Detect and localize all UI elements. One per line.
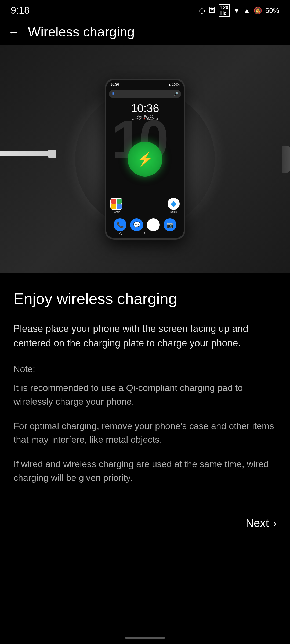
phone-main-time: 10:36 xyxy=(106,102,184,115)
play-symbol: ▶ xyxy=(151,221,156,228)
messages-symbol: 💬 xyxy=(133,221,140,228)
location-icon: 📍 xyxy=(143,118,146,121)
next-button-container: Next › xyxy=(0,509,290,546)
google-apps-folder: Google xyxy=(110,198,122,213)
battery-text: 60% xyxy=(265,6,279,15)
google-icon-3 xyxy=(111,204,116,209)
home-nav: ○ xyxy=(144,230,147,235)
alarm-icon: ◌ xyxy=(199,6,205,15)
weather-temp: 25°C xyxy=(135,118,141,121)
camera-symbol: 📷 xyxy=(166,221,174,228)
google-label: Google xyxy=(113,211,120,213)
phone-screen: 10:36 ▲ 100% G 🎤 10:36 Mon, Feb 25 ☀ 25°… xyxy=(106,80,184,238)
phone-clock-small: 10:36 xyxy=(110,82,119,86)
120hz-icon: 120Hz xyxy=(219,4,230,17)
phone-clock-display: 10:36 Mon, Feb 25 ☀ 25°C 📍 New York xyxy=(106,99,184,122)
wifi-icon: ▼ xyxy=(233,6,240,15)
weather-icon: ☀ xyxy=(132,118,134,121)
gallery-symbol: 🔷 xyxy=(170,201,177,207)
hero-image: 10:36 ▲ 100% G 🎤 10:36 Mon, Feb 25 ☀ 25°… xyxy=(0,45,290,273)
gallery-app: 🔷 Gallery xyxy=(168,198,180,213)
description-text: Please place your phone with the screen … xyxy=(13,321,277,350)
phone-mockup: 10:36 ▲ 100% G 🎤 10:36 Mon, Feb 25 ☀ 25°… xyxy=(105,79,185,240)
gallery-icon: 🖼 xyxy=(208,6,215,15)
google-icon-4 xyxy=(117,204,122,209)
note-item-2: For optimal charging, remove your phone'… xyxy=(13,419,277,447)
back-nav: ◁ xyxy=(119,230,122,235)
recent-nav: □ xyxy=(169,230,171,235)
next-arrow-icon: › xyxy=(273,517,277,530)
status-icons: ◌ 🖼 120Hz ▼ ▲ 🔕 60% xyxy=(199,4,279,17)
note-item-1: It is recommended to use a Qi-compliant … xyxy=(13,381,277,408)
mic-icon: 🎤 xyxy=(174,92,178,96)
phone-app-icons: Google 🔷 Gallery xyxy=(106,198,184,217)
phone-date: Mon, Feb 25 xyxy=(106,115,184,118)
bottom-indicator xyxy=(125,637,165,639)
google-g-icon: G xyxy=(112,92,117,96)
next-button[interactable]: Next › xyxy=(246,517,277,530)
mute-icon: 🔕 xyxy=(253,6,262,15)
note-item-3: If wired and wireless charging are used … xyxy=(13,457,277,485)
location-name: New York xyxy=(147,118,158,121)
gallery-icon: 🔷 xyxy=(168,198,180,210)
cable-connector xyxy=(48,150,56,158)
phone-symbol: 📞 xyxy=(117,221,124,228)
app-row-1: Google 🔷 Gallery xyxy=(110,198,180,213)
charger-right-edge xyxy=(282,146,290,173)
status-time: 9:18 xyxy=(11,5,30,16)
google-folder-icon xyxy=(110,198,122,210)
gallery-label: Gallery xyxy=(170,211,177,213)
content-section: Enjoy wireless charging Please place you… xyxy=(0,273,290,509)
phone-nav-bar: ◁ ○ □ xyxy=(106,229,184,237)
phone-search-bar: G 🎤 xyxy=(109,90,181,98)
phone-battery: 100% xyxy=(172,83,180,86)
phone-wifi: ▲ xyxy=(168,83,171,86)
phone-weather: ☀ 25°C 📍 New York xyxy=(106,118,184,121)
back-button[interactable]: ← xyxy=(8,25,20,39)
google-icon-1 xyxy=(111,199,116,204)
wireless-charging-indicator: ⚡ xyxy=(128,142,162,177)
header: ← Wireless charging xyxy=(0,19,290,45)
phone-status-right: ▲ 100% xyxy=(168,83,180,86)
wireless-icon: ⚡ xyxy=(137,151,153,167)
charging-cable xyxy=(0,151,54,156)
status-bar: 9:18 ◌ 🖼 120Hz ▼ ▲ 🔕 60% xyxy=(0,0,290,19)
phone-status-bar: 10:36 ▲ 100% xyxy=(106,80,184,89)
main-heading: Enjoy wireless charging xyxy=(13,289,277,308)
signal-icon: ▲ xyxy=(243,6,250,15)
google-icon-2 xyxy=(117,199,122,204)
page-title: Wireless charging xyxy=(28,24,135,40)
next-label: Next xyxy=(246,517,269,530)
note-label: Note: xyxy=(13,364,277,374)
